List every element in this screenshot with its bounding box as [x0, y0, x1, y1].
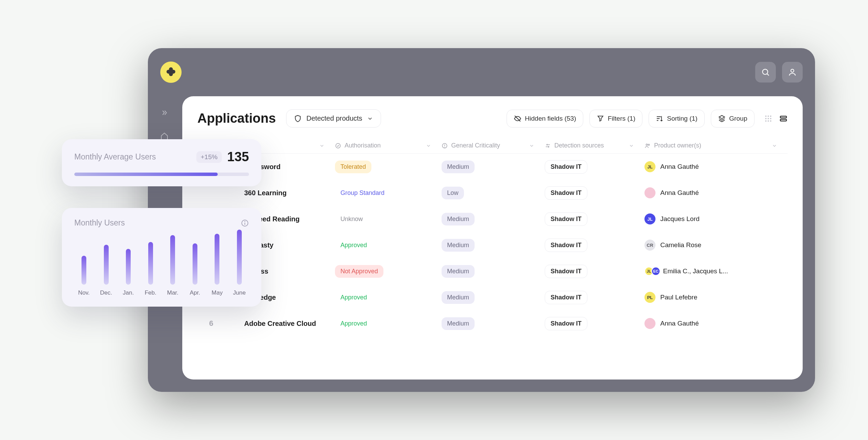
group-button[interactable]: Group [711, 110, 755, 128]
avg-value: 135 [227, 150, 249, 164]
chevron-down-icon [367, 116, 373, 122]
alert-circle-icon [442, 143, 448, 149]
authorisation-badge: Approved [335, 291, 372, 304]
table-row[interactable]: 360 Learning Group Standard Low Shadow I… [197, 180, 788, 206]
eye-off-icon [514, 115, 521, 122]
detection-badge: Shadow IT [545, 212, 587, 226]
product-name: 360 Learning [244, 189, 286, 197]
bar [215, 234, 219, 285]
search-button[interactable] [755, 62, 776, 82]
criticality-badge: Medium [442, 291, 475, 304]
bar-label: Mar. [167, 289, 178, 296]
svg-point-2 [791, 69, 794, 72]
swap-icon [545, 143, 551, 149]
chevron-down-icon [529, 143, 534, 148]
dropdown-label: Detected products [306, 114, 362, 122]
layers-icon [718, 115, 726, 122]
table-row[interactable]: AB Tasty Approved Medium Shadow IT CRCam… [197, 232, 788, 258]
list-view-button[interactable] [779, 114, 788, 123]
avatar-stack: JL EC [644, 267, 658, 276]
page-title: Applications [197, 111, 276, 126]
info-button[interactable] [241, 219, 249, 227]
col-owners[interactable]: Product owner(s) [644, 142, 788, 149]
table-row[interactable]: 6 Adobe Creative Cloud Approved Medium S… [197, 310, 788, 337]
profile-button[interactable] [782, 62, 803, 82]
bar-label: May [211, 289, 223, 296]
row-index: 6 [197, 319, 225, 328]
bar-column: June [230, 230, 249, 296]
svg-point-16 [770, 120, 771, 122]
filter-icon [597, 115, 604, 122]
svg-point-9 [768, 116, 769, 117]
table-row[interactable]: 5 d Acuredge Approved Medium Shadow IT P… [197, 284, 788, 310]
table-row[interactable]: 7 Speed Reading Unknow Medium Shadow IT … [197, 206, 788, 232]
detection-badge: Shadow IT [545, 186, 587, 200]
hidden-fields-button[interactable]: Hidden fields (53) [507, 110, 583, 128]
svg-point-15 [768, 120, 769, 122]
filters-button[interactable]: Filters (1) [589, 110, 642, 128]
grid-view-button[interactable] [764, 114, 772, 123]
bar-label: Jan. [123, 289, 134, 296]
svg-point-24 [648, 144, 650, 145]
owner-name: Anna Gauthé [660, 189, 699, 197]
list-icon [779, 114, 788, 123]
bar [104, 245, 109, 285]
product-icon [225, 317, 237, 330]
bar-column: May [207, 234, 227, 296]
app-logo[interactable] [160, 62, 182, 83]
criticality-badge: Medium [442, 213, 475, 226]
authorisation-badge: Tolerated [335, 161, 371, 173]
avg-delta: +15% [196, 151, 221, 163]
user-icon [788, 68, 797, 77]
bar [148, 242, 153, 285]
criticality-badge: Medium [442, 161, 475, 173]
table-row[interactable]: 1P 1Password Tolerated Medium Shadow IT … [197, 154, 788, 180]
avatar: JL [644, 161, 655, 172]
chevrons-right-icon [160, 109, 169, 117]
bar-label: Dec. [100, 289, 112, 296]
svg-line-1 [767, 74, 769, 76]
svg-point-10 [770, 116, 771, 117]
svg-point-13 [770, 118, 771, 119]
col-authorisation[interactable]: Authorisation [335, 142, 442, 149]
owner-name: Anna Gauthé [660, 320, 699, 327]
authorisation-badge: Group Standard [335, 187, 390, 199]
chevron-down-icon [772, 143, 777, 148]
col-detection[interactable]: Detection sources [545, 142, 644, 149]
content-panel: Applications Detected products Hidden fi… [182, 96, 803, 380]
bar [193, 243, 197, 285]
avg-progress [74, 173, 249, 176]
expand-sidebar-button[interactable] [160, 109, 170, 118]
table-row[interactable]: Access Not Approved Medium Shadow IT JL … [197, 258, 788, 284]
bar-label: Apr. [190, 289, 200, 296]
avatar: CR [644, 240, 655, 251]
logo-icon [165, 66, 177, 78]
bar [82, 256, 86, 285]
search-icon [761, 68, 770, 77]
applications-table: Product Authorisation General Criticalit… [197, 138, 788, 337]
criticality-badge: Medium [442, 317, 475, 330]
bar-column: Jan. [119, 249, 138, 296]
authorisation-badge: Unknow [335, 213, 368, 226]
dropdown-detected-products[interactable]: Detected products [286, 109, 381, 128]
authorisation-badge: Approved [335, 239, 372, 252]
detection-badge: Shadow IT [545, 317, 587, 330]
sorting-button[interactable]: Sorting (1) [649, 110, 705, 128]
col-criticality[interactable]: General Criticality [442, 142, 545, 149]
bar-column: Apr. [185, 243, 205, 296]
svg-point-22 [445, 147, 445, 147]
bar-column: Nov. [74, 256, 94, 296]
chevron-down-icon [629, 143, 634, 148]
owner-name: Anna Gauthé [660, 163, 699, 170]
detection-badge: Shadow IT [545, 291, 587, 304]
check-circle-icon [335, 143, 341, 149]
bar [126, 249, 131, 285]
users-icon [644, 143, 651, 149]
svg-point-23 [646, 144, 648, 145]
sort-icon [656, 115, 663, 122]
bar-label: Feb. [145, 289, 156, 296]
monthly-label: Monthly Users [74, 218, 125, 228]
owner-name: Jacques Lord [660, 215, 699, 223]
svg-point-12 [768, 118, 769, 119]
bar-label: June [233, 289, 246, 296]
